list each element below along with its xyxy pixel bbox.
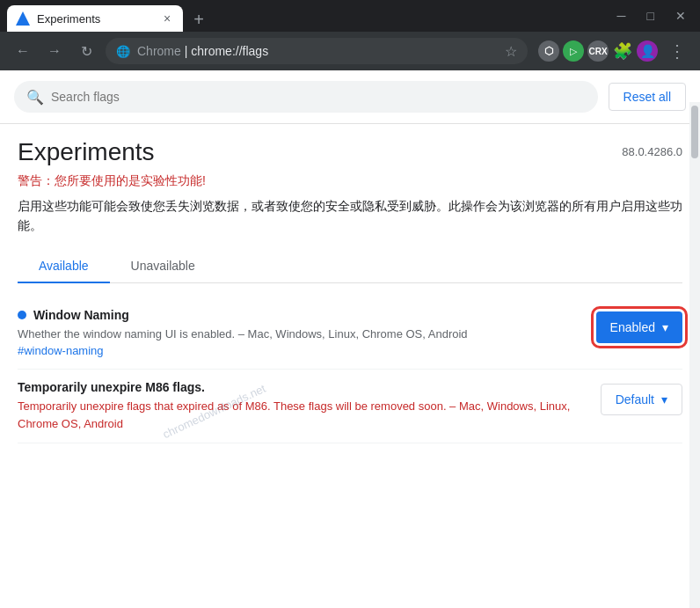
version-text: 88.0.4286.0 [622, 145, 682, 158]
ext-icon-3[interactable]: CRX [587, 40, 609, 62]
flag-control-m86: Default ▾ [601, 380, 682, 415]
new-tab-button[interactable]: + [186, 7, 211, 32]
flag-name-m86: Temporarily unexpire M86 flags. [18, 380, 587, 394]
reload-button[interactable]: ↻ [74, 39, 98, 63]
minimize-button[interactable]: ─ [610, 5, 633, 26]
address-domain: Chrome [137, 44, 181, 58]
warning-desc-text: 启用这些功能可能会致使您丢失浏览数据，或者致使您的安全或隐私受到威胁。此操作会为… [18, 196, 682, 236]
enabled-dropdown-button[interactable]: Enabled ▾ [596, 311, 682, 343]
flag-link-window-naming[interactable]: #window-naming [18, 344, 104, 357]
maximize-button[interactable]: □ [640, 5, 661, 26]
lock-icon: 🌐 [116, 45, 130, 58]
address-text: Chrome | chrome://flags [137, 44, 498, 58]
page-content: Experiments 88.0.4286.0 警告：您所要使用的是实验性功能!… [0, 124, 700, 608]
extension-icons: ⬡ ▷ CRX 🧩 👤 [538, 40, 658, 62]
ext-icon-2[interactable]: ▷ [563, 40, 584, 62]
address-bar[interactable]: 🌐 Chrome | chrome://flags ☆ [106, 38, 528, 64]
titlebar: Experiments × + ─ □ ✕ [0, 0, 700, 32]
active-tab[interactable]: Experiments × [7, 5, 183, 32]
dropdown-chevron-icon-2: ▾ [661, 392, 667, 407]
browser-body: 🔍 Reset all Experiments 88.0.4286.0 警告：您… [0, 70, 700, 608]
flag-info-m86: Temporarily unexpire M86 flags. Temporar… [18, 380, 587, 432]
search-input-wrap[interactable]: 🔍 [14, 81, 598, 113]
scrollbar[interactable] [689, 102, 700, 608]
chrome-menu-button[interactable]: ⋮ [665, 37, 689, 65]
flag-info-window-naming: Window Naming Whether the window naming … [18, 308, 582, 359]
reset-all-button[interactable]: Reset all [609, 83, 686, 111]
profile-avatar[interactable]: 👤 [637, 40, 658, 62]
flag-control-window-naming: Enabled ▾ [596, 308, 682, 343]
address-path: chrome://flags [191, 44, 268, 58]
search-bar-row: 🔍 Reset all [0, 70, 700, 124]
page-title: Experiments [18, 138, 155, 166]
search-icon: 🔍 [26, 89, 44, 106]
flag-item-m86: Temporarily unexpire M86 flags. Temporar… [18, 370, 682, 443]
tab-unavailable[interactable]: Unavailable [110, 250, 216, 283]
bookmark-star-icon[interactable]: ☆ [505, 43, 517, 60]
tab-available[interactable]: Available [18, 250, 110, 283]
ext-icon-4[interactable]: 🧩 [612, 40, 633, 62]
scrollbar-thumb[interactable] [691, 106, 698, 158]
ext-icon-1[interactable]: ⬡ [538, 40, 559, 62]
flag-desc-m86: Temporarily unexpire flags that expired … [18, 398, 587, 432]
tabs-row: Available Unavailable [18, 250, 682, 283]
window-controls: ─ □ ✕ [610, 5, 693, 26]
flag-enabled-dot [18, 311, 26, 319]
flag-item-window-naming: Window Naming Whether the window naming … [18, 297, 682, 370]
tab-title: Experiments [37, 12, 153, 26]
forward-button[interactable]: → [42, 39, 67, 63]
tab-favicon [16, 11, 30, 26]
tab-close-button[interactable]: × [160, 11, 174, 26]
tab-bar: Experiments × + [7, 0, 610, 32]
close-window-button[interactable]: ✕ [668, 5, 693, 26]
navbar: ← → ↻ 🌐 Chrome | chrome://flags ☆ ⬡ ▷ CR… [0, 32, 700, 70]
search-input[interactable] [51, 90, 586, 104]
flag-name-window-naming: Window Naming [18, 308, 582, 322]
flag-desc-window-naming: Whether the window naming UI is enabled.… [18, 326, 582, 343]
warning-short-text: 警告：您所要使用的是实验性功能! [18, 173, 682, 189]
default-dropdown-button[interactable]: Default ▾ [601, 384, 682, 415]
page-header: Experiments 88.0.4286.0 [18, 138, 682, 166]
dropdown-chevron-icon: ▾ [662, 320, 668, 334]
back-button[interactable]: ← [11, 39, 35, 63]
